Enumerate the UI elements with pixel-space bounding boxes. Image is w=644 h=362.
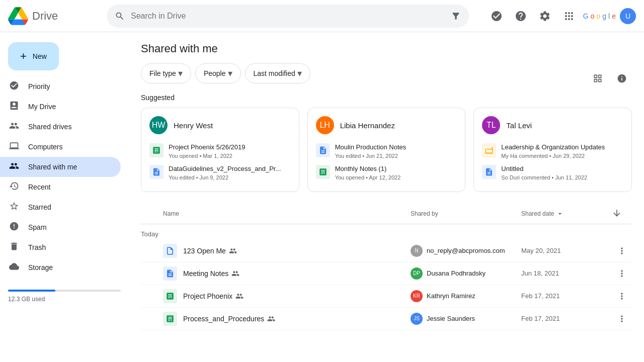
storage-section: 12.3 GB used (0, 278, 129, 311)
filter-last-modified-arrow: ▾ (297, 68, 302, 79)
person-card[interactable]: TL Tal Levi Leadership & Organization Up… (473, 108, 632, 192)
sidebar-item-spam[interactable]: Spam (0, 217, 121, 237)
table-row[interactable]: Project Phoenix KR Kathryn Ramirez Feb 1… (141, 285, 632, 308)
settings-icon[interactable] (535, 6, 555, 26)
sidebar-label-computers: Computers (28, 143, 62, 151)
person-name: Libia Hernandez (340, 121, 395, 130)
file-type-icon (316, 143, 330, 157)
sort-arrow-icon[interactable] (612, 208, 622, 218)
grid-view-button[interactable] (588, 68, 608, 88)
shared-by-avatar: JS (411, 313, 423, 325)
col-header-shared-by: Shared by (411, 210, 521, 217)
file-name: DataGuidelines_v2_Process_and_Pr... (169, 165, 281, 173)
shared-by-name: no_reply@abcpromos.com (427, 247, 505, 254)
file-name: Project Phoenix 5/26/2019 (169, 143, 246, 152)
google-branding: Google (583, 12, 616, 20)
check-circle-icon[interactable] (487, 6, 507, 26)
row-file-icon (163, 266, 177, 281)
table-row[interactable]: 123 Open Me N no_reply@abcpromos.com May… (141, 240, 632, 262)
new-button[interactable]: + New (8, 42, 59, 70)
row-date: Feb 17, 2021 (521, 292, 612, 300)
sidebar-label-my-drive: My Drive (28, 103, 56, 111)
filter-people-arrow: ▾ (228, 68, 232, 79)
sidebar-item-shared-drives[interactable]: Shared drives (0, 117, 121, 137)
person-avatar: HW (149, 116, 168, 134)
filters-row: File type ▾ People ▾ Last modified ▾ (141, 63, 632, 94)
filter-people[interactable]: People ▾ (195, 63, 241, 83)
my-drive-icon (8, 101, 20, 113)
plus-icon: + (20, 50, 27, 63)
info-button[interactable] (612, 68, 632, 88)
filter-last-modified[interactable]: Last modified ▾ (245, 63, 310, 83)
person-header: HW Henry West (149, 116, 291, 134)
file-type-icon (316, 165, 330, 179)
shared-by-name: Dusana Podhradsky (427, 269, 486, 277)
sidebar-item-my-drive[interactable]: My Drive (0, 97, 121, 117)
search-input[interactable] (131, 12, 445, 21)
row-file-info: Process_and_Procedures (141, 312, 411, 326)
person-card[interactable]: HW Henry West Project Phoenix 5/26/2019 … (141, 108, 299, 192)
col-header-date-label: Shared date (521, 210, 554, 217)
table-header: Name Shared by Shared date (141, 204, 632, 224)
file-info: Untitled So Duri commented • Jun 11, 202… (501, 165, 587, 180)
file-info: Project Phoenix 5/26/2019 You opened • M… (169, 143, 246, 159)
help-icon[interactable] (511, 6, 531, 26)
filters: File type ▾ People ▾ Last modified ▾ (141, 63, 310, 83)
filter-file-type[interactable]: File type ▾ (141, 63, 191, 83)
suggested-file-item[interactable]: Project Phoenix 5/26/2019 You opened • M… (149, 140, 291, 162)
suggested-file-item[interactable]: Untitled So Duri commented • Jun 11, 202… (482, 162, 623, 184)
logo[interactable]: Drive (8, 6, 99, 26)
trash-icon (8, 241, 20, 254)
search-icon (115, 11, 125, 21)
sidebar-item-trash[interactable]: Trash (0, 237, 121, 257)
sidebar-item-starred[interactable]: Starred (0, 197, 121, 217)
sidebar-item-computers[interactable]: Computers (0, 137, 121, 157)
file-info: DataGuidelines_v2_Process_and_Pr... You … (169, 165, 281, 180)
col-header-date[interactable]: Shared date (521, 210, 612, 218)
shared-people-icon (235, 292, 244, 300)
row-file-icon (163, 289, 177, 303)
table-row[interactable]: Meeting Notes DP Dusana Podhradsky Jun 1… (141, 262, 632, 285)
avatar[interactable]: U (620, 8, 636, 24)
file-name: Leadership & Organization Updates (501, 143, 605, 152)
sidebar-label-starred: Starred (28, 203, 51, 211)
shared-by-name: Kathryn Ramirez (427, 292, 475, 300)
file-name: Untitled (501, 165, 587, 173)
sidebar: + New Priority My Drive Shared drives (0, 32, 129, 362)
sidebar-item-storage[interactable]: Storage (0, 257, 121, 278)
row-file-icon (163, 312, 177, 326)
filter-icon[interactable] (451, 11, 461, 21)
suggested-file-item[interactable]: Monthly Notes (1) You opened • Apr 12, 2… (316, 162, 457, 184)
more-options-button[interactable] (614, 288, 630, 304)
table-rows: 123 Open Me N no_reply@abcpromos.com May… (141, 240, 632, 330)
sidebar-item-priority[interactable]: Priority (0, 76, 121, 97)
sidebar-item-shared-with-me[interactable]: Shared with me (0, 157, 121, 177)
more-options-button[interactable] (614, 311, 630, 327)
more-options-button[interactable] (614, 243, 630, 259)
table-row[interactable]: Process_and_Procedures JS Jessie Saunder… (141, 308, 632, 330)
suggested-file-item[interactable]: Moulin Production Notes You edited • Jun… (316, 140, 457, 162)
sidebar-label-shared-drives: Shared drives (28, 123, 71, 131)
suggested-file-item[interactable]: DataGuidelines_v2_Process_and_Pr... You … (149, 162, 291, 184)
suggested-file-item[interactable]: Leadership & Organization Updates My Ha … (482, 140, 623, 162)
view-controls (588, 68, 632, 88)
sidebar-item-recent[interactable]: Recent (0, 177, 121, 197)
spam-icon (8, 221, 20, 234)
shared-by-avatar: KR (411, 290, 423, 302)
col-header-actions (612, 208, 632, 220)
computers-icon (8, 141, 20, 153)
more-options-button[interactable] (614, 265, 630, 282)
row-file-icon (163, 244, 177, 258)
apps-icon[interactable] (559, 6, 579, 26)
filter-file-type-label: File type (149, 69, 176, 77)
file-meta: You edited • Jun 21, 2022 (335, 153, 407, 159)
sidebar-label-storage: Storage (28, 263, 53, 272)
row-file-info: Meeting Notes (141, 266, 411, 281)
filter-people-label: People (204, 69, 226, 77)
row-actions (612, 243, 632, 259)
col-header-sort-icon (556, 210, 564, 218)
search-bar[interactable] (107, 5, 469, 28)
shared-with-me-icon (8, 161, 20, 173)
person-card[interactable]: LH Libia Hernandez Moulin Production Not… (307, 108, 466, 192)
file-type-icon (482, 165, 496, 179)
